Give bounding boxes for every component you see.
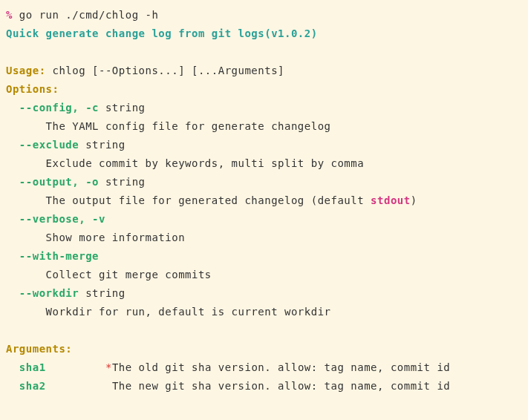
arg-sha2-pad — [46, 380, 112, 392]
flag-exclude: --exclude — [6, 139, 79, 151]
prompt-symbol: % — [6, 9, 13, 21]
flag-workdir: --workdir — [6, 287, 79, 299]
option-withmerge-desc: Collect git merge commits — [6, 266, 522, 284]
arguments-label: Arguments: — [6, 340, 522, 358]
output-desc1: The output file for generated changelog … — [6, 194, 371, 206]
flag-verbose: --verbose, -v — [6, 213, 105, 225]
flag-config-type: string — [99, 102, 146, 114]
options-label: Options: — [6, 80, 522, 99]
headline: Quick generate change log from git logs(… — [6, 24, 522, 43]
usage-line: Usage: chlog [--Options...] [...Argument… — [6, 62, 522, 80]
blank-line — [6, 43, 522, 62]
option-output-desc: The output file for generated changelog … — [6, 191, 522, 210]
arg-sha2-name: sha2 — [6, 380, 46, 392]
flag-withmerge: --with-merge — [6, 250, 99, 262]
flag-workdir-type: string — [79, 287, 126, 299]
option-verbose-flags: --verbose, -v — [6, 210, 522, 229]
flag-config: --config, -c — [6, 102, 99, 114]
usage-label: Usage: — [6, 65, 46, 76]
option-output-flags: --output, -o string — [6, 173, 522, 191]
arg-sha2-desc: The new git sha version. allow: tag name… — [112, 380, 450, 392]
option-exclude-desc: Exclude commit by keywords, multi split … — [6, 154, 522, 173]
flag-exclude-type: string — [79, 139, 126, 151]
option-withmerge-flags: --with-merge — [6, 247, 522, 266]
command-text: go run ./cmd/chlog -h — [13, 9, 158, 21]
usage-text: chlog [--Options...] [...Arguments] — [46, 65, 284, 76]
option-config-desc: The YAML config file for generate change… — [6, 117, 522, 136]
option-workdir-flags: --workdir string — [6, 284, 522, 303]
flag-output: --output, -o — [6, 176, 99, 188]
required-star-icon: * — [105, 361, 112, 373]
arg-sha1-name: sha1 — [6, 361, 46, 373]
prompt-line: % go run ./cmd/chlog -h — [6, 6, 522, 24]
output-desc2: ) — [411, 194, 417, 206]
arg-sha1-line: sha1 *The old git sha version. allow: ta… — [6, 358, 522, 377]
arg-sha1-pad — [46, 361, 105, 373]
blank-line-2 — [6, 321, 522, 340]
output-default: stdout — [371, 194, 411, 206]
option-verbose-desc: Show more information — [6, 229, 522, 247]
arg-sha1-desc: The old git sha version. allow: tag name… — [112, 361, 450, 373]
option-exclude-flags: --exclude string — [6, 136, 522, 154]
arg-sha2-line: sha2 The new git sha version. allow: tag… — [6, 377, 522, 396]
flag-output-type: string — [99, 176, 146, 188]
option-workdir-desc: Workdir for run, default is current work… — [6, 303, 522, 321]
option-config-flags: --config, -c string — [6, 99, 522, 117]
